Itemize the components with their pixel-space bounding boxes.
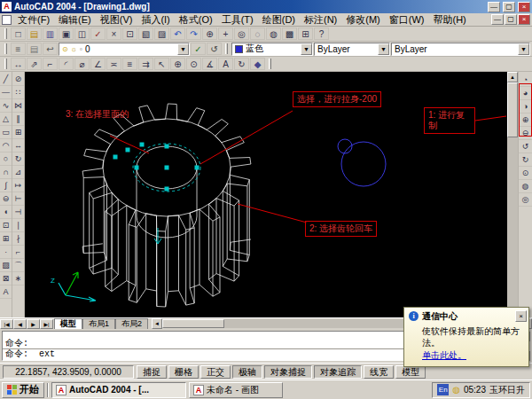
linetype-select[interactable]: ByLayer ▼ xyxy=(314,43,390,56)
tab-model[interactable]: 模型 xyxy=(54,318,82,329)
menu-item[interactable]: 修改(M) xyxy=(341,13,385,27)
dim-aligned-icon[interactable]: ⇗ xyxy=(27,58,42,70)
break-icon[interactable]: ∤ xyxy=(12,232,24,246)
dim-radius-icon[interactable]: ◜ xyxy=(59,58,74,70)
match-properties-icon[interactable]: ▨ xyxy=(154,27,169,40)
polygon-icon[interactable]: △ xyxy=(0,113,12,126)
menu-item[interactable]: 工具(T) xyxy=(217,13,258,27)
osnap-toggle[interactable]: 对象捕捉 xyxy=(264,365,312,379)
doc-minimize-button[interactable]: — xyxy=(491,14,504,25)
point-icon[interactable]: ∙ xyxy=(0,246,12,259)
undo-icon[interactable]: ↶ xyxy=(170,27,185,40)
otrack-toggle[interactable]: 对象追踪 xyxy=(314,365,362,379)
explode-icon[interactable]: ∗ xyxy=(12,272,24,286)
prev-tab-button[interactable]: ◀ xyxy=(13,319,27,329)
menu-item[interactable]: 帮助(H) xyxy=(429,13,471,27)
insert-hyperlink-icon[interactable]: ⊕ xyxy=(202,27,217,40)
dropdown-arrow-icon[interactable]: ▼ xyxy=(177,43,189,55)
next-tab-button[interactable]: ▶ xyxy=(27,319,40,329)
start-button[interactable]: 开始 xyxy=(2,382,44,398)
ellipse-arc-icon[interactable]: ◖ xyxy=(0,206,12,219)
dim-style-icon[interactable]: ◆ xyxy=(250,58,265,70)
stretch-icon[interactable]: ↦ xyxy=(12,179,24,192)
open-file-icon[interactable]: ▤ xyxy=(27,27,42,40)
scroll-left-icon[interactable]: ◄ xyxy=(152,318,162,329)
copy-object-icon[interactable]: ∷ xyxy=(12,86,24,99)
center-mark-icon[interactable]: ⊙ xyxy=(186,58,201,70)
toolbar-grip[interactable] xyxy=(4,59,7,69)
task-autocad[interactable]: A AutoCAD 2004 - [... xyxy=(51,382,186,398)
communication-center-tray-icon[interactable]: ◍ xyxy=(452,385,460,395)
mirror-icon[interactable]: ⋈ xyxy=(12,99,24,113)
spline-icon[interactable]: ∫ xyxy=(0,179,12,192)
scale-icon[interactable]: ⊿ xyxy=(12,166,24,179)
help-icon[interactable]: ? xyxy=(314,27,329,40)
last-tab-button[interactable]: ▶| xyxy=(40,319,53,329)
offset-icon[interactable]: ∥ xyxy=(12,113,24,126)
keyhole-profile[interactable] xyxy=(338,139,386,186)
gear-wireframe[interactable] xyxy=(82,104,251,307)
layer-select[interactable]: ⊙☼▫ 0 ▼ xyxy=(59,43,190,56)
drawing-canvas[interactable]: Z 选择，进行拉身-200 3: 在选择里面的 1: 进行复制 2: 选择齿轮回… xyxy=(25,72,507,317)
erase-icon[interactable]: ⊘ xyxy=(12,73,24,86)
redo-icon[interactable]: ↷ xyxy=(186,27,201,40)
toolbar-grip[interactable] xyxy=(225,43,228,54)
ortho-toggle[interactable]: 正交 xyxy=(200,365,231,379)
dim-update-icon[interactable]: ↻ xyxy=(234,58,249,70)
ime-indicator[interactable]: En xyxy=(437,384,449,395)
array-icon[interactable]: ⊞ xyxy=(12,126,24,139)
dim-diameter-icon[interactable]: ⌀ xyxy=(74,58,90,70)
toolbar-grip[interactable] xyxy=(4,43,7,54)
dim-ordinate-icon[interactable]: ⌐ xyxy=(43,58,58,70)
dim-baseline-icon[interactable]: ≡ xyxy=(122,58,137,70)
cut-icon[interactable]: × xyxy=(106,27,121,40)
hatch-icon[interactable]: ▨ xyxy=(0,259,12,272)
circle-icon[interactable]: ○ xyxy=(0,153,12,166)
menu-item[interactable]: 绘图(D) xyxy=(258,13,300,27)
orbit-right-icon[interactable]: ↻ xyxy=(519,153,532,167)
maximize-button[interactable]: ▢ xyxy=(503,2,515,12)
copy-icon[interactable]: ⊡ xyxy=(122,27,137,40)
dropdown-arrow-icon[interactable]: ▼ xyxy=(518,43,529,55)
zoom-window-icon[interactable]: ◌ xyxy=(250,27,265,40)
zoom-previous-icon[interactable]: ◍ xyxy=(266,27,281,40)
layer-states-icon[interactable]: ▤ xyxy=(27,43,42,55)
vertical-scrollbar[interactable]: ▲ ▼ xyxy=(507,72,518,317)
lineweight-select[interactable]: ByLayer ▼ xyxy=(391,43,530,56)
chamfer-icon[interactable]: ⌐ xyxy=(12,246,24,259)
camera-icon[interactable]: ⊙ xyxy=(519,167,532,180)
quick-leader-icon[interactable]: ↖ xyxy=(154,58,169,70)
move-icon[interactable]: ↔ xyxy=(12,139,24,153)
ellipse-icon[interactable]: ⊖ xyxy=(0,192,12,206)
rectangle-icon[interactable]: ▭ xyxy=(0,126,12,139)
tab-layout2[interactable]: 布局2 xyxy=(115,318,148,329)
dim-text-edit-icon[interactable]: A xyxy=(218,58,233,70)
save-icon[interactable]: ▥ xyxy=(43,27,58,40)
scroll-up-icon[interactable]: ▲ xyxy=(507,72,518,82)
make-object-layer-current-icon[interactable]: ✓ xyxy=(191,43,206,55)
plot-icon[interactable]: ▣ xyxy=(59,27,74,40)
toolbar-grip[interactable] xyxy=(269,59,271,69)
toolbar-grip[interactable] xyxy=(4,28,7,39)
dropdown-arrow-icon[interactable]: ▼ xyxy=(378,43,389,55)
spelling-icon[interactable]: ✓ xyxy=(90,27,106,40)
horizontal-scroll-thumb[interactable] xyxy=(162,319,224,328)
menu-item[interactable]: 编辑(E) xyxy=(54,13,96,27)
task-paint[interactable]: A 未命名 - 画图 xyxy=(189,382,283,398)
mtext-icon[interactable]: A xyxy=(0,286,12,299)
zoom-realtime-icon[interactable]: ◎ xyxy=(234,27,249,40)
first-tab-button[interactable]: |◀ xyxy=(0,319,13,329)
tolerance-icon[interactable]: ⊕ xyxy=(170,58,185,70)
layer-previous-icon[interactable]: ↩ xyxy=(43,43,58,55)
hide-icon[interactable]: ◎ xyxy=(519,193,532,207)
dim-linear-icon[interactable]: ↔ xyxy=(11,58,26,70)
fillet-icon[interactable]: ⌒ xyxy=(12,259,24,272)
menu-item[interactable]: 视图(V) xyxy=(96,13,137,27)
dropdown-arrow-icon[interactable]: ▼ xyxy=(301,43,312,55)
grid-toggle[interactable]: 栅格 xyxy=(168,365,199,379)
menu-item[interactable]: 窗口(W) xyxy=(385,13,429,27)
trim-icon[interactable]: ⊢ xyxy=(12,192,24,206)
menu-item[interactable]: 插入(I) xyxy=(137,13,174,27)
polar-toggle[interactable]: 极轴 xyxy=(232,365,262,379)
tab-layout1[interactable]: 布局1 xyxy=(82,318,115,329)
